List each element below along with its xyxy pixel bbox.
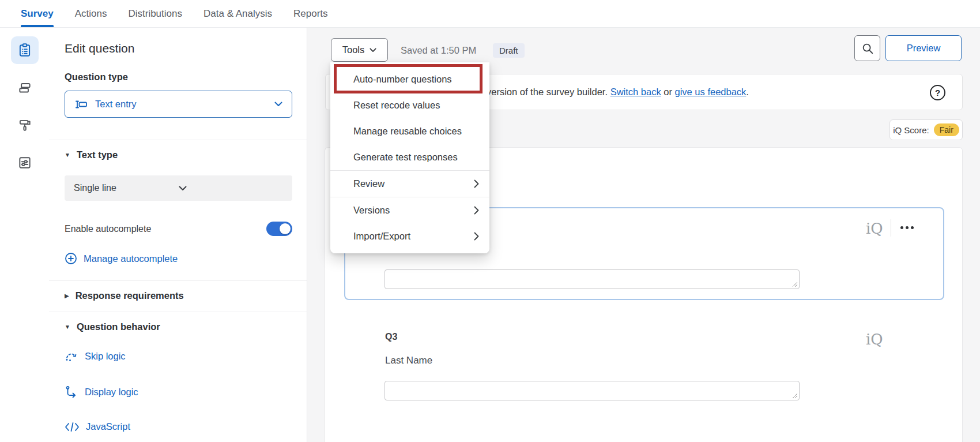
- response-requirements-label: Response requirements: [76, 290, 184, 301]
- display-logic-label: Display logic: [85, 387, 138, 398]
- level-input[interactable]: [385, 269, 800, 289]
- clipboard-list-icon: [17, 43, 32, 58]
- menu-item-reset-recode-values[interactable]: Reset recode values: [330, 92, 489, 118]
- triangle-down-icon: ▼: [65, 324, 70, 330]
- chevron-down-icon: [274, 102, 282, 107]
- rail-item-survey-options[interactable]: [11, 149, 39, 177]
- sliders-panel-icon: [17, 155, 32, 170]
- tab-data-analysis[interactable]: Data & Analysis: [203, 0, 272, 27]
- switch-back-link[interactable]: Switch back: [610, 87, 661, 97]
- manage-autocomplete-link[interactable]: Manage autocomplete: [65, 252, 307, 265]
- top-nav: Survey Actions Distributions Data & Anal…: [0, 0, 980, 28]
- iq-score-label: iQ Score:: [893, 125, 929, 135]
- iq-badge: iQ: [866, 221, 883, 236]
- edit-question-panel: Edit question Question type Text entry ▼…: [49, 28, 307, 442]
- divider: [49, 140, 307, 140]
- question-type-label: Question type: [65, 72, 291, 83]
- survey-canvas: Tools Saved at 1:50 PM Draft Preview ver…: [307, 28, 980, 442]
- chevron-right-icon: [474, 232, 479, 241]
- triangle-down-icon: ▼: [65, 152, 70, 158]
- resize-handle-icon[interactable]: [792, 282, 798, 287]
- code-icon: [65, 422, 80, 432]
- menu-item-review[interactable]: Review: [330, 171, 489, 197]
- javascript-link[interactable]: JavaScript: [65, 421, 307, 432]
- menu-item-versions[interactable]: Versions: [330, 197, 489, 223]
- question-type-select[interactable]: Text entry: [65, 91, 292, 118]
- help-icon[interactable]: ?: [930, 85, 945, 100]
- iq-badge: iQ: [866, 332, 883, 347]
- text-type-select[interactable]: Single line: [65, 175, 292, 201]
- divider: [891, 219, 891, 237]
- menu-item-generate-test-responses[interactable]: Generate test responses: [330, 144, 489, 170]
- chevron-down-icon: [179, 186, 284, 191]
- text-type-value: Single line: [74, 183, 179, 193]
- chevron-down-icon: [370, 48, 376, 53]
- tab-reports[interactable]: Reports: [293, 0, 328, 27]
- resize-handle-icon[interactable]: [792, 393, 798, 399]
- paint-roller-icon: [17, 118, 32, 133]
- rail-item-look-and-feel[interactable]: [11, 111, 39, 139]
- javascript-label: JavaScript: [86, 421, 130, 432]
- skip-logic-link[interactable]: Skip logic: [65, 350, 307, 362]
- rail-item-survey-flow[interactable]: [11, 74, 39, 102]
- enable-autocomplete-row: Enable autocomplete: [65, 222, 292, 236]
- stacked-blocks-icon: [17, 80, 32, 95]
- tab-survey[interactable]: Survey: [21, 0, 54, 27]
- question-behavior-label: Question behavior: [77, 321, 160, 332]
- draft-badge: Draft: [493, 43, 525, 58]
- autocomplete-toggle[interactable]: [266, 222, 292, 236]
- preview-button[interactable]: Preview: [885, 35, 962, 61]
- question-number: Q3: [385, 332, 397, 342]
- question-text: Last Name: [385, 355, 432, 366]
- iq-score-value-badge: Fair: [934, 123, 959, 136]
- tools-button-label: Tools: [342, 44, 365, 55]
- saved-status: Saved at 1:50 PM: [401, 45, 476, 56]
- tab-actions[interactable]: Actions: [75, 0, 107, 27]
- rail-item-survey-builder[interactable]: [11, 36, 39, 64]
- question-type-value: Text entry: [95, 99, 274, 110]
- circled-plus-icon: [65, 252, 77, 265]
- last-name-input[interactable]: [385, 381, 800, 400]
- enable-autocomplete-label: Enable autocomplete: [65, 224, 151, 234]
- skip-logic-label: Skip logic: [85, 351, 126, 362]
- skip-logic-icon: [65, 350, 78, 362]
- tools-button[interactable]: Tools: [331, 38, 388, 62]
- banner-text: version of the survey builder. Switch ba…: [487, 87, 749, 98]
- preview-button-label: Preview: [907, 43, 941, 54]
- tools-menu: Auto-number questions Reset recode value…: [330, 62, 489, 253]
- toggle-knob: [280, 223, 291, 234]
- tab-distributions[interactable]: Distributions: [128, 0, 182, 27]
- text-entry-icon: [74, 98, 88, 111]
- search-button[interactable]: [854, 35, 880, 61]
- display-logic-link[interactable]: Display logic: [65, 385, 307, 398]
- question-behavior-header[interactable]: ▼ Question behavior: [65, 321, 291, 332]
- iq-score-chip[interactable]: iQ Score: Fair: [889, 119, 963, 140]
- text-type-label: Text type: [77, 149, 118, 160]
- panel-title: Edit question: [65, 42, 291, 55]
- text-type-section-header[interactable]: ▼ Text type: [65, 149, 291, 160]
- divider: [49, 280, 307, 281]
- search-icon: [861, 42, 874, 55]
- menu-item-import-export[interactable]: Import/Export: [330, 223, 489, 249]
- left-icon-rail: [0, 28, 49, 442]
- chevron-right-icon: [474, 206, 479, 215]
- chevron-right-icon: [474, 179, 479, 188]
- menu-item-auto-number-questions[interactable]: Auto-number questions: [330, 66, 489, 92]
- display-logic-icon: [65, 385, 78, 398]
- give-feedback-link[interactable]: give us feedback: [675, 87, 747, 97]
- manage-autocomplete-label: Manage autocomplete: [84, 253, 178, 264]
- triangle-right-icon: ▶: [65, 293, 69, 299]
- divider: [49, 312, 307, 312]
- response-requirements-header[interactable]: ▶ Response requirements: [65, 290, 291, 301]
- menu-item-manage-reusable-choices[interactable]: Manage reusable choices: [330, 118, 489, 144]
- question-menu-button[interactable]: [900, 226, 914, 229]
